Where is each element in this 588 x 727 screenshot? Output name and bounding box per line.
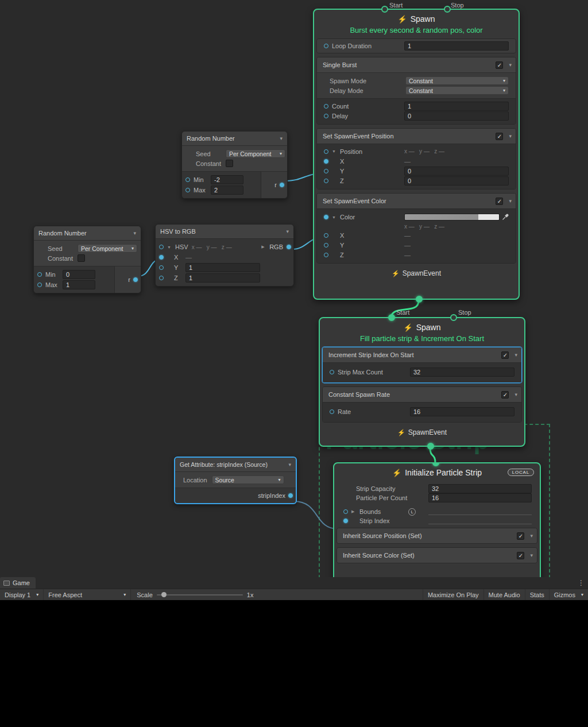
block-enabled-checkbox[interactable]: ✓ — [517, 532, 524, 540]
delay-mode-dropdown[interactable]: Constant▾ — [405, 86, 509, 95]
strip-capacity-field[interactable]: 32 — [428, 484, 532, 493]
node-header[interactable]: Random Number ▾ — [182, 132, 287, 146]
stats-button[interactable]: Stats — [525, 589, 549, 600]
block-enabled-checkbox[interactable]: ✓ — [496, 133, 503, 140]
block-inherit-source-color[interactable]: Inherit Source Color (Set) ✓ ▾ — [336, 547, 537, 563]
delay-field[interactable]: 0 — [404, 111, 509, 121]
block-enabled-checkbox[interactable]: ✓ — [496, 198, 503, 205]
block-inherit-source-position[interactable]: Inherit Source Position (Set) ✓ ▾ — [336, 528, 537, 544]
strip-max-count-field[interactable]: 32 — [410, 368, 514, 377]
chevron-down-icon[interactable]: ▾ — [512, 392, 517, 397]
scale-slider[interactable] — [157, 592, 243, 598]
position-x-port[interactable] — [324, 159, 328, 164]
spawnevent-output-port[interactable] — [416, 296, 423, 303]
block-set-spawnevent-color[interactable]: Set SpawnEvent Color ✓ ▾ ▼ Color — [316, 193, 516, 264]
color-x-port[interactable] — [324, 233, 328, 238]
seed-dropdown[interactable]: Per Component▾ — [226, 149, 285, 158]
tab-game[interactable]: Game — [0, 577, 36, 589]
expander-closed-icon[interactable]: ▶ — [351, 509, 356, 514]
random-output-port[interactable] — [133, 277, 138, 282]
node-header[interactable]: Get Attribute: stripIndex (Source) ▾ — [175, 458, 296, 472]
random-number-node-top[interactable]: Random Number ▾ Seed Per Component▾ Cons… — [181, 131, 288, 199]
start-flow-port[interactable] — [381, 6, 388, 13]
max-field[interactable]: 2 — [211, 185, 243, 195]
block-loop-duration[interactable]: Loop Duration 1 — [316, 38, 516, 53]
block-enabled-checkbox[interactable]: ✓ — [501, 351, 509, 359]
stripindex-output-port[interactable] — [288, 493, 293, 498]
min-field[interactable]: 0 — [63, 270, 95, 279]
eyedropper-icon[interactable] — [502, 214, 509, 221]
strip-index-field[interactable] — [428, 517, 532, 524]
game-view[interactable] — [0, 600, 588, 727]
maximize-on-play-button[interactable]: Maximize On Play — [423, 589, 483, 600]
get-attribute-node[interactable]: Get Attribute: stripIndex (Source) ▾ Loc… — [174, 457, 297, 504]
display-dropdown[interactable]: Display 1 ▾ — [0, 589, 44, 600]
y-field[interactable]: 0 — [404, 167, 509, 176]
chevron-down-icon[interactable]: ▾ — [284, 229, 289, 234]
bounds-field[interactable] — [428, 508, 532, 515]
block-set-spawnevent-position[interactable]: Set SpawnEvent Position ✓ ▾ ▼ Position x… — [316, 128, 516, 190]
x-port[interactable] — [159, 255, 164, 260]
count-field[interactable]: 1 — [404, 102, 509, 111]
strip-index-port[interactable] — [343, 519, 348, 523]
mute-audio-button[interactable]: Mute Audio — [483, 589, 525, 600]
position-z-port[interactable] — [324, 179, 328, 183]
graph-canvas[interactable]: Particle Strip Random Number ▾ Seed Per … — [0, 0, 588, 577]
bounds-space-icon[interactable]: L — [408, 508, 416, 516]
count-port[interactable] — [324, 104, 328, 109]
color-y-port[interactable] — [324, 243, 328, 248]
position-port[interactable] — [324, 149, 328, 154]
z-field[interactable]: 0 — [404, 176, 509, 185]
chevron-down-icon[interactable]: ▾ — [528, 552, 533, 558]
delay-port[interactable] — [324, 114, 328, 118]
gizmos-dropdown[interactable]: Gizmos ▾ — [549, 589, 588, 600]
y-port[interactable] — [159, 265, 164, 270]
node-header[interactable]: HSV to RGB ▾ — [156, 225, 293, 239]
rate-port[interactable] — [330, 409, 334, 414]
block-enabled-checkbox[interactable]: ✓ — [501, 391, 509, 399]
location-dropdown[interactable]: Source▾ — [212, 475, 284, 484]
spawn-context-strip[interactable]: Start Stop ⚡ Spawn Fill particle strip &… — [319, 317, 525, 447]
constant-checkbox[interactable] — [78, 254, 85, 262]
random-output-port[interactable] — [280, 183, 284, 187]
expander-closed-icon[interactable]: ▶ — [261, 245, 266, 249]
color-z-port[interactable] — [324, 253, 328, 257]
max-port[interactable] — [37, 283, 42, 287]
stop-flow-port[interactable] — [450, 314, 457, 321]
color-field[interactable] — [404, 214, 500, 221]
loop-duration-field[interactable]: 1 — [404, 41, 509, 51]
block-enabled-checkbox[interactable]: ✓ — [517, 552, 524, 559]
chevron-down-icon[interactable]: ▾ — [131, 230, 136, 236]
spawnevent-output-port[interactable] — [427, 443, 434, 450]
tab-menu-icon[interactable]: ⋮ — [574, 577, 588, 589]
min-field[interactable]: -2 — [211, 175, 243, 184]
expander-open-icon[interactable]: ▼ — [332, 149, 336, 153]
bounds-port[interactable] — [343, 509, 348, 514]
color-port[interactable] — [324, 215, 328, 219]
z-port[interactable] — [159, 276, 164, 280]
strip-max-count-port[interactable] — [330, 370, 334, 374]
random-number-node-left[interactable]: Random Number ▾ Seed Per Component▾ Cons… — [33, 226, 141, 293]
start-flow-port[interactable] — [388, 314, 395, 321]
spawn-mode-dropdown[interactable]: Constant▾ — [405, 76, 509, 85]
y-field[interactable]: 1 — [185, 263, 260, 272]
max-port[interactable] — [185, 188, 190, 192]
z-field[interactable]: 1 — [185, 273, 260, 283]
constant-checkbox[interactable] — [226, 160, 233, 167]
expander-open-icon[interactable]: ▼ — [167, 245, 172, 249]
chevron-down-icon[interactable]: ▾ — [277, 136, 283, 141]
rgb-output-port[interactable] — [287, 245, 291, 249]
spawn-context-burst[interactable]: Start Stop ⚡ Spawn Burst every second & … — [313, 9, 520, 300]
rate-field[interactable]: 16 — [410, 407, 514, 416]
local-space-badge[interactable]: LOCAL — [508, 469, 534, 476]
node-header[interactable]: Random Number ▾ — [34, 226, 141, 241]
chevron-down-icon[interactable]: ▾ — [528, 533, 533, 539]
edge-stripindex-to-initialize[interactable] — [294, 501, 338, 529]
block-single-burst[interactable]: Single Burst ✓ ▾ Spawn Mode Constant▾ De… — [316, 57, 516, 125]
block-constant-spawn-rate[interactable]: Constant Spawn Rate ✓ ▾ Rate 16 — [322, 386, 522, 423]
particle-per-count-field[interactable]: 16 — [428, 493, 532, 502]
initialize-particle-strip-context[interactable]: ⚡ Initialize Particle Strip LOCAL Strip … — [333, 462, 541, 577]
hsv-port[interactable] — [159, 245, 164, 249]
block-enabled-checkbox[interactable]: ✓ — [496, 61, 503, 69]
max-field[interactable]: 1 — [63, 280, 95, 289]
